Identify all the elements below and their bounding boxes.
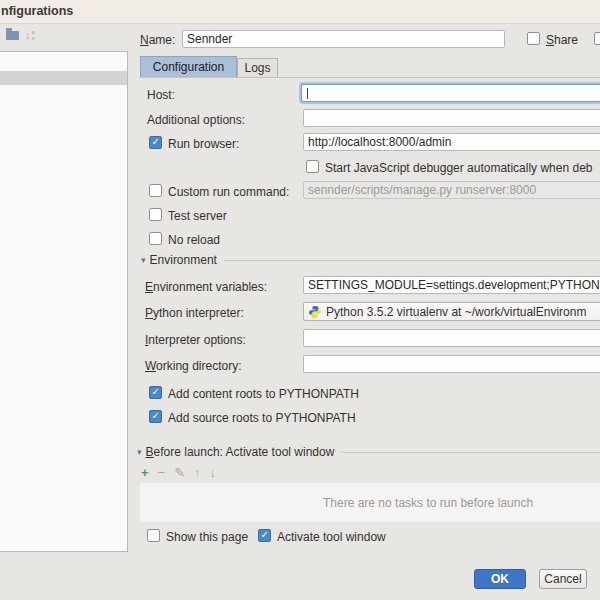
edit-task-icon[interactable]: ✎	[174, 465, 185, 480]
add-content-roots-checkbox[interactable]	[149, 386, 162, 399]
interpreter-options-input[interactable]	[303, 329, 600, 347]
tab-logs[interactable]: Logs	[237, 58, 278, 77]
new-folder-icon[interactable]	[6, 31, 19, 40]
custom-run-command-checkbox[interactable]	[149, 184, 162, 197]
share-checkbox[interactable]	[527, 32, 540, 45]
test-server-checkbox[interactable]	[149, 208, 162, 221]
run-browser-url-value: http://localhost:8000/admin	[308, 135, 451, 149]
show-this-page-checkbox[interactable]	[147, 529, 160, 542]
collapse-triangle-icon[interactable]: ▾	[137, 447, 142, 457]
host-label: Host:	[147, 88, 175, 102]
environment-variables-input[interactable]: SETTINGS_MODULE=settings.development;PYT…	[303, 276, 600, 294]
remove-task-icon[interactable]: −	[158, 465, 166, 480]
add-source-roots-label: Add source roots to PYTHONPATH	[168, 411, 356, 425]
python-icon	[308, 305, 322, 319]
sort-letter-z: z	[32, 35, 35, 41]
name-label: Name:	[140, 33, 175, 47]
working-directory-label: Working directory:	[145, 359, 241, 373]
run-browser-checkbox[interactable]	[149, 136, 162, 149]
add-task-icon[interactable]: +	[141, 465, 149, 480]
tab-divider	[140, 77, 600, 78]
sort-alphabetically-icon[interactable]: ↓ a z	[25, 28, 35, 42]
before-launch-toolbar: + − ✎ ↑ ↓	[141, 465, 216, 480]
activate-tool-window-checkbox[interactable]	[258, 529, 271, 542]
name-input[interactable]: Sennder	[182, 30, 505, 48]
before-launch-task-list[interactable]: There are no tasks to run before launch	[140, 483, 600, 522]
additional-options-label: Additional options:	[147, 113, 245, 127]
activate-tool-window-label: Activate tool window	[277, 530, 386, 544]
show-this-page-label: Show this page	[166, 530, 248, 544]
run-browser-label: Run browser:	[168, 137, 239, 151]
cutoff-checkbox[interactable]	[594, 32, 600, 45]
working-directory-input[interactable]	[303, 355, 600, 373]
sort-arrow-glyph: ↓	[25, 28, 31, 42]
python-interpreter-value: Python 3.5.2 virtualenv at ~/work/virtua…	[326, 305, 586, 319]
environment-section-header[interactable]: ▾ Environment	[141, 253, 600, 267]
window-title: nfigurations	[1, 4, 73, 18]
selected-configuration-row[interactable]	[0, 71, 127, 85]
section-divider	[341, 452, 600, 453]
run-debug-configurations-dialog: nfigurations ↓ a z Name: Sennder Share C…	[0, 0, 600, 600]
python-interpreter-select[interactable]: Python 3.5.2 virtualenv at ~/work/virtua…	[303, 302, 600, 321]
additional-options-input[interactable]	[303, 109, 600, 127]
before-launch-label: Before launch: Activate tool window	[146, 445, 335, 459]
before-launch-section-header[interactable]: ▾ Before launch: Activate tool window	[137, 445, 600, 459]
add-content-roots-label: Add content roots to PYTHONPATH	[168, 387, 359, 401]
configurations-tree-panel[interactable]	[0, 51, 128, 552]
environment-variables-label: Environment variables:	[145, 280, 267, 294]
move-up-icon[interactable]: ↑	[194, 465, 201, 480]
interpreter-options-label: Interpreter options:	[145, 333, 246, 347]
test-server-label: Test server	[168, 209, 227, 223]
sort-letters: a z	[32, 29, 35, 42]
ok-button[interactable]: OK	[474, 569, 526, 589]
run-browser-url-input[interactable]: http://localhost:8000/admin	[303, 133, 600, 151]
name-value: Sennder	[187, 32, 232, 46]
no-reload-label: No reload	[168, 233, 220, 247]
text-caret	[307, 88, 308, 99]
no-reload-checkbox[interactable]	[149, 232, 162, 245]
host-input[interactable]	[301, 84, 600, 102]
window-titlebar[interactable]: nfigurations	[0, 0, 600, 24]
cancel-button[interactable]: Cancel	[539, 569, 587, 589]
environment-section-label: Environment	[150, 253, 217, 267]
section-divider	[224, 260, 600, 261]
empty-task-message: There are no tasks to run before launch	[323, 496, 533, 510]
add-source-roots-checkbox[interactable]	[149, 410, 162, 423]
tab-configuration[interactable]: Configuration	[140, 56, 237, 77]
start-js-debugger-checkbox[interactable]	[306, 160, 319, 173]
python-interpreter-label: Python interpreter:	[145, 306, 244, 320]
custom-run-command-value: sennder/scripts/manage.py runserver:8000	[308, 183, 536, 197]
share-label: Share	[546, 33, 578, 47]
environment-variables-value: SETTINGS_MODULE=settings.development;PYT…	[308, 278, 600, 292]
collapse-triangle-icon[interactable]: ▾	[141, 255, 146, 265]
move-down-icon[interactable]: ↓	[210, 465, 217, 480]
custom-run-command-input: sennder/scripts/manage.py runserver:8000	[303, 181, 600, 199]
start-js-debugger-label: Start JavaScript debugger automatically …	[325, 161, 593, 175]
custom-run-command-label: Custom run command:	[168, 185, 289, 199]
